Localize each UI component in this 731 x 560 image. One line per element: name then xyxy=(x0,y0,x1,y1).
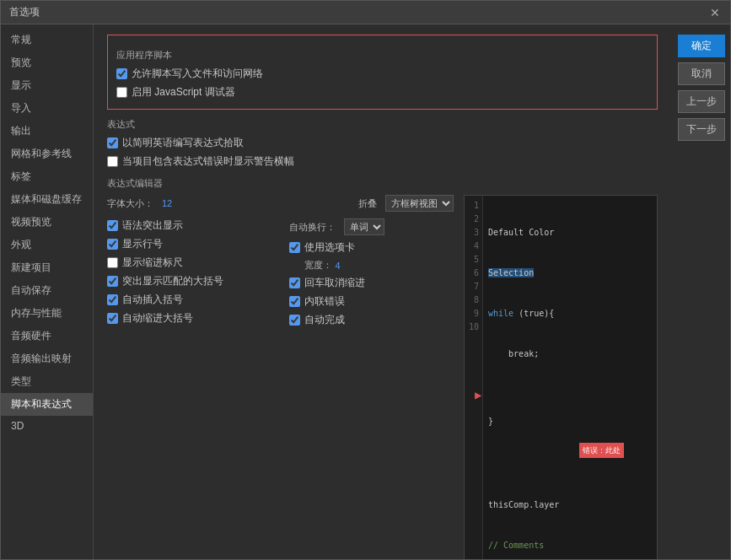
auto-complete-checkbox[interactable] xyxy=(289,315,300,326)
tab-width-row: 宽度： 4 xyxy=(289,259,454,272)
matching-braces-label: 突出显示匹配的大括号 xyxy=(122,274,223,288)
font-fold-row: 字体大小： 12 折叠 方框树视图 缩进视图 xyxy=(107,195,454,212)
auto-complete-row: 自动完成 xyxy=(289,313,454,327)
sidebar-item-preview[interactable]: 预览 xyxy=(1,51,93,74)
keyword-while: while xyxy=(488,309,513,318)
sidebar: 常规 预览 显示 导入 输出 网格和参考线 标签 媒体和磁盘缓存 视频预览 外观… xyxy=(1,24,94,559)
code-content: Default Color Selection while (true){ br… xyxy=(483,196,629,559)
code-preview: 1 2 3 4 5 6 7 8 9 10 xyxy=(464,195,658,559)
matching-braces-row: 突出显示匹配的大括号 xyxy=(107,274,272,288)
app-script-section: 应用程序脚本 允许脚本写入文件和访问网络 启用 JavaScript 调试器 xyxy=(107,35,658,110)
allow-script-row: 允许脚本写入文件和访问网络 xyxy=(116,67,648,81)
code-line-5: } xyxy=(488,415,624,428)
error-arrow-icon: ▶ xyxy=(475,388,481,401)
sidebar-item-audio-output[interactable]: 音频输出映射 xyxy=(1,347,93,370)
code-body: 1 2 3 4 5 6 7 8 9 10 xyxy=(465,196,657,559)
font-size-value[interactable]: 12 xyxy=(162,198,172,208)
expression-pickup-checkbox[interactable] xyxy=(107,137,118,148)
expression-pickup-row: 以简明英语编写表达式拾取 xyxy=(107,136,658,150)
auto-wrap-label: 自动换行： xyxy=(289,221,336,234)
auto-wrap-row: 自动换行： 单词 字符 xyxy=(289,218,454,235)
code-line-7: // Comments xyxy=(488,539,624,552)
use-option-tab-checkbox[interactable] xyxy=(289,242,300,253)
fold-select[interactable]: 方框树视图 缩进视图 xyxy=(385,195,454,212)
auto-indent-label: 回车取消缩进 xyxy=(304,276,365,290)
expression-title: 表达式 xyxy=(107,118,658,131)
auto-insert-checkbox[interactable] xyxy=(107,294,118,305)
editor-checkboxes: 语法突出显示 显示行号 显示缩进标尺 xyxy=(107,218,454,331)
cancel-button[interactable]: 取消 xyxy=(678,62,725,85)
auto-insert-label: 自动插入括号 xyxy=(122,293,183,307)
indent-guides-row: 显示缩进标尺 xyxy=(107,256,272,270)
inline-error-row: 内联错误 xyxy=(289,294,454,309)
title-bar: 首选项 ✕ xyxy=(1,1,730,24)
editor-left: 字体大小： 12 折叠 方框树视图 缩进视图 xyxy=(107,195,454,559)
next-button[interactable]: 下一步 xyxy=(678,118,725,141)
js-debugger-checkbox[interactable] xyxy=(116,87,127,98)
use-option-tab-label: 使用选项卡 xyxy=(304,240,355,255)
sidebar-item-labels[interactable]: 标签 xyxy=(1,165,93,188)
editor-title: 表达式编辑器 xyxy=(107,177,658,190)
auto-indent-checkbox[interactable] xyxy=(289,277,300,288)
code-line-6: thisComp.layer xyxy=(488,498,624,512)
expression-section: 表达式 以简明英语编写表达式拾取 当项目包含表达式错误时显示警告横幅 xyxy=(107,118,658,169)
sidebar-item-new-project[interactable]: 新建项目 xyxy=(1,256,93,279)
line-numbers-checkbox[interactable] xyxy=(107,239,118,250)
preferences-window: 首选项 ✕ 常规 预览 显示 导入 输出 网格和参考线 标签 媒体和磁盘缓存 视… xyxy=(0,0,731,560)
content-area: 应用程序脚本 允许脚本写入文件和访问网络 启用 JavaScript 调试器 表… xyxy=(94,24,671,559)
indent-guides-checkbox[interactable] xyxy=(107,257,118,268)
syntax-checkbox[interactable] xyxy=(107,220,118,231)
selection-highlight: Selection xyxy=(488,268,534,277)
expression-warning-row: 当项目包含表达式错误时显示警告横幅 xyxy=(107,154,658,169)
close-button[interactable]: ✕ xyxy=(708,6,722,19)
editor-section: 字体大小： 12 折叠 方框树视图 缩进视图 xyxy=(107,195,658,559)
window-title: 首选项 xyxy=(9,5,708,19)
sidebar-item-type[interactable]: 类型 xyxy=(1,370,93,393)
code-line-3: while (true){ xyxy=(488,307,624,320)
sidebar-item-memory[interactable]: 内存与性能 xyxy=(1,302,93,325)
sidebar-item-grid[interactable]: 网格和参考线 xyxy=(1,143,93,165)
use-option-tab-row: 使用选项卡 xyxy=(289,240,454,255)
inline-error-checkbox[interactable] xyxy=(289,296,300,307)
allow-script-checkbox[interactable] xyxy=(116,68,127,79)
sidebar-item-output[interactable]: 输出 xyxy=(1,120,93,143)
app-script-title: 应用程序脚本 xyxy=(116,49,648,62)
sidebar-item-audio-hardware[interactable]: 音频硬件 xyxy=(1,325,93,347)
main-content: 常规 预览 显示 导入 输出 网格和参考线 标签 媒体和磁盘缓存 视频预览 外观… xyxy=(1,24,730,559)
auto-indent-row: 回车取消缩进 xyxy=(289,276,454,290)
allow-script-label: 允许脚本写入文件和访问网络 xyxy=(132,67,263,81)
auto-shrink-checkbox[interactable] xyxy=(107,313,118,324)
tab-width-value[interactable]: 4 xyxy=(336,261,341,271)
sidebar-item-appearance[interactable]: 外观 xyxy=(1,234,93,256)
ok-button[interactable]: 确定 xyxy=(678,35,725,57)
js-debugger-row: 启用 JavaScript 调试器 xyxy=(116,85,648,100)
line-numbers: 1 2 3 4 5 6 7 8 9 10 xyxy=(465,196,483,559)
right-buttons: 确定 取消 上一步 下一步 xyxy=(671,24,730,559)
line-numbers-label: 显示行号 xyxy=(122,237,163,251)
sidebar-item-video-preview[interactable]: 视频预览 xyxy=(1,211,93,234)
expression-warning-label: 当项目包含表达式错误时显示警告横幅 xyxy=(122,154,294,169)
sidebar-item-autosave[interactable]: 自动保存 xyxy=(1,279,93,302)
col-right-checkboxes: 自动换行： 单词 字符 使用选项卡 宽度： xyxy=(289,218,454,331)
sidebar-item-display[interactable]: 显示 xyxy=(1,74,93,97)
expression-warning-checkbox[interactable] xyxy=(107,156,118,167)
sidebar-item-import[interactable]: 导入 xyxy=(1,97,93,120)
code-line-5-content: } 错误：此处 xyxy=(488,388,624,471)
prev-button[interactable]: 上一步 xyxy=(678,90,725,113)
matching-braces-checkbox[interactable] xyxy=(107,276,118,287)
sidebar-item-media[interactable]: 媒体和磁盘缓存 xyxy=(1,188,93,211)
syntax-row: 语法突出显示 xyxy=(107,218,272,233)
auto-wrap-select[interactable]: 单词 字符 xyxy=(344,218,384,235)
js-debugger-label: 启用 JavaScript 调试器 xyxy=(132,85,235,100)
auto-insert-row: 自动插入括号 xyxy=(107,293,272,307)
code-line-2: Selection xyxy=(488,267,624,280)
sidebar-item-3d[interactable]: 3D xyxy=(1,416,93,436)
indent-guides-label: 显示缩进标尺 xyxy=(122,256,183,270)
error-box: 错误：此处 xyxy=(579,443,624,458)
fold-label: 折叠 xyxy=(358,197,377,210)
code-line-5-container: ▶ } 错误：此处 xyxy=(488,388,624,471)
sidebar-item-scripting[interactable]: 脚本和表达式 xyxy=(1,393,93,416)
sidebar-item-general[interactable]: 常规 xyxy=(1,29,93,51)
syntax-label: 语法突出显示 xyxy=(122,218,183,233)
expression-pickup-label: 以简明英语编写表达式拾取 xyxy=(122,136,244,150)
